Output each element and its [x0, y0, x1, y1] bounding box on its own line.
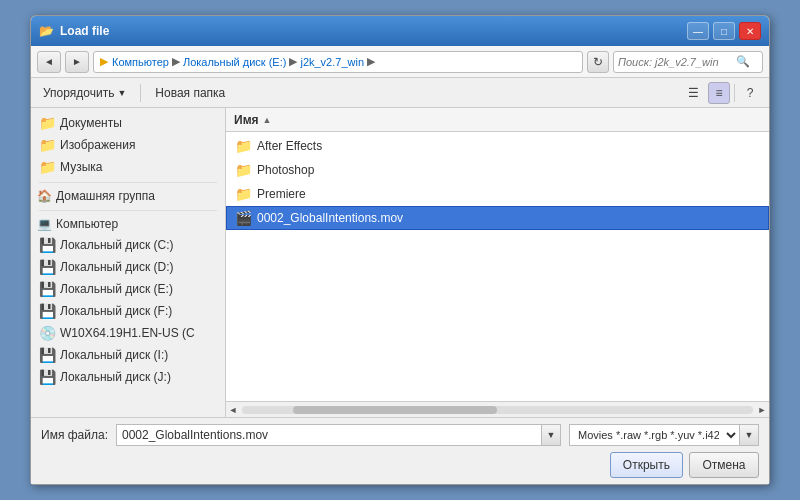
- toolbar: Упорядочить ▼ Новая папка ☰ ≡ ?: [31, 78, 769, 108]
- path-computer[interactable]: Компьютер: [112, 56, 169, 68]
- window-icon: 📂: [39, 24, 54, 38]
- sidebar-item-disk-d[interactable]: 💾 Локальный диск (D:): [31, 256, 225, 278]
- file-name-photoshop: Photoshop: [257, 163, 314, 177]
- mov-file-icon: 🎬: [235, 210, 251, 226]
- file-item-mov[interactable]: 🎬 0002_GlobalIntentions.mov: [226, 206, 769, 230]
- sidebar-divider-2: [39, 210, 217, 211]
- sidebar-item-disk-j[interactable]: 💾 Локальный диск (J:): [31, 366, 225, 388]
- sidebar-computer-group: 💻 Компьютер 💾 Локальный диск (C:) 💾 Лока…: [31, 214, 225, 388]
- sidebar-item-images[interactable]: 📁 Изображения: [31, 134, 225, 156]
- sidebar-item-computer[interactable]: 💻 Компьютер: [31, 214, 225, 234]
- filetype-dropdown-button[interactable]: ▼: [739, 424, 759, 446]
- disk-j-icon: 💾: [39, 369, 55, 385]
- title-bar-left: 📂 Load file: [39, 24, 109, 38]
- photoshop-folder-icon: 📁: [235, 162, 251, 178]
- view-list-button[interactable]: ≡: [708, 82, 730, 104]
- organize-label: Упорядочить: [43, 86, 114, 100]
- filename-dropdown-button[interactable]: ▼: [541, 424, 561, 446]
- title-controls: ― □ ✕: [687, 22, 761, 40]
- music-icon: 📁: [39, 159, 55, 175]
- open-button[interactable]: Открыть: [610, 452, 683, 478]
- sidebar-label-disk-d: Локальный диск (D:): [60, 260, 174, 274]
- view-details-button[interactable]: ☰: [682, 82, 704, 104]
- sidebar-item-disk-f[interactable]: 💾 Локальный диск (F:): [31, 300, 225, 322]
- file-item-premiere[interactable]: 📁 Premiere: [226, 182, 769, 206]
- disk-d-icon: 💾: [39, 259, 55, 275]
- sidebar-item-disk-c[interactable]: 💾 Локальный диск (C:): [31, 234, 225, 256]
- path-arrow-2: ▶: [289, 55, 297, 68]
- toolbar-separator-2: [734, 84, 735, 102]
- filename-row: Имя файла: ▼ Movies *.raw *.rgb *.yuv *.…: [41, 424, 759, 446]
- filename-input[interactable]: [116, 424, 541, 446]
- filetype-select[interactable]: Movies *.raw *.rgb *.yuv *.i42: [569, 424, 739, 446]
- sidebar-label-music: Музыка: [60, 160, 102, 174]
- disk-e-icon: 💾: [39, 281, 55, 297]
- sidebar-item-documents[interactable]: 📁 Документы: [31, 112, 225, 134]
- path-folder[interactable]: j2k_v2.7_win: [300, 56, 364, 68]
- path-disk-e[interactable]: Локальный диск (E:): [183, 56, 287, 68]
- address-path[interactable]: ▶ Компьютер ▶ Локальный диск (E:) ▶ j2k_…: [93, 51, 583, 73]
- open-label: Открыть: [623, 458, 670, 472]
- help-label: ?: [747, 86, 754, 100]
- new-folder-button[interactable]: Новая папка: [151, 84, 229, 102]
- help-button[interactable]: ?: [739, 82, 761, 104]
- cancel-button[interactable]: Отмена: [689, 452, 759, 478]
- sidebar-favorites-group: 📁 Документы 📁 Изображения 📁 Музыка: [31, 112, 225, 178]
- file-name-premiere: Premiere: [257, 187, 306, 201]
- filename-input-wrap: ▼: [116, 424, 561, 446]
- disk-c-icon: 💾: [39, 237, 55, 253]
- bottom-bar: Имя файла: ▼ Movies *.raw *.rgb *.yuv *.…: [31, 417, 769, 484]
- sort-arrow-icon: ▲: [263, 115, 272, 125]
- filetype-select-wrap: Movies *.raw *.rgb *.yuv *.i42 ▼: [569, 424, 759, 446]
- sidebar-label-disk-i: Локальный диск (I:): [60, 348, 168, 362]
- file-list-header: Имя ▲: [226, 108, 769, 132]
- sidebar-label-homegroup: Домашняя группа: [56, 189, 155, 203]
- organize-button[interactable]: Упорядочить ▼: [39, 84, 130, 102]
- documents-icon: 📁: [39, 115, 55, 131]
- window-title: Load file: [60, 24, 109, 38]
- search-input[interactable]: [614, 56, 734, 68]
- maximize-button[interactable]: □: [713, 22, 735, 40]
- disk-f-icon: 💾: [39, 303, 55, 319]
- sidebar-label-documents: Документы: [60, 116, 122, 130]
- hscroll-thumb: [293, 406, 497, 414]
- cancel-label: Отмена: [702, 458, 745, 472]
- file-item-photoshop[interactable]: 📁 Photoshop: [226, 158, 769, 182]
- sidebar-item-music[interactable]: 📁 Музыка: [31, 156, 225, 178]
- sidebar-homegroup-group: 🏠 Домашняя группа: [31, 186, 225, 206]
- load-file-dialog: 📂 Load file ― □ ✕ ◄ ► ▶ Компьютер ▶ Лока…: [30, 15, 770, 485]
- hscroll-left-button[interactable]: ◄: [226, 402, 240, 418]
- sidebar-item-disk-i[interactable]: 💾 Локальный диск (I:): [31, 344, 225, 366]
- toolbar-right: ☰ ≡ ?: [682, 82, 761, 104]
- sidebar-item-disk-e[interactable]: 💾 Локальный диск (E:): [31, 278, 225, 300]
- forward-button[interactable]: ►: [65, 51, 89, 73]
- after-effects-folder-icon: 📁: [235, 138, 251, 154]
- sidebar-item-homegroup[interactable]: 🏠 Домашняя группа: [31, 186, 225, 206]
- toolbar-separator: [140, 84, 141, 102]
- title-bar: 📂 Load file ― □ ✕: [31, 16, 769, 46]
- search-box[interactable]: 🔍: [613, 51, 763, 73]
- sidebar-label-computer: Компьютер: [56, 217, 118, 231]
- file-name-mov: 0002_GlobalIntentions.mov: [257, 211, 403, 225]
- sidebar-label-disk-f: Локальный диск (F:): [60, 304, 172, 318]
- hscroll-track: [242, 406, 753, 414]
- disk-i-icon: 💾: [39, 347, 55, 363]
- filename-label: Имя файла:: [41, 428, 108, 442]
- path-folder-icon: ▶: [100, 55, 108, 68]
- images-icon: 📁: [39, 137, 55, 153]
- close-button[interactable]: ✕: [739, 22, 761, 40]
- file-item-after-effects[interactable]: 📁 After Effects: [226, 134, 769, 158]
- minimize-button[interactable]: ―: [687, 22, 709, 40]
- refresh-button[interactable]: ↻: [587, 51, 609, 73]
- search-icon[interactable]: 🔍: [734, 52, 752, 72]
- new-folder-label: Новая папка: [155, 86, 225, 100]
- horizontal-scrollbar[interactable]: ◄ ►: [226, 401, 769, 417]
- file-list: 📁 After Effects 📁 Photoshop 📁 Premiere 🎬…: [226, 132, 769, 401]
- computer-icon: 💻: [37, 217, 52, 231]
- back-button[interactable]: ◄: [37, 51, 61, 73]
- organize-arrow-icon: ▼: [117, 88, 126, 98]
- homegroup-icon: 🏠: [37, 189, 52, 203]
- sidebar-item-disk-w[interactable]: 💿 W10X64.19H1.EN-US (C: [31, 322, 225, 344]
- sidebar-label-disk-c: Локальный диск (C:): [60, 238, 174, 252]
- hscroll-right-button[interactable]: ►: [755, 402, 769, 418]
